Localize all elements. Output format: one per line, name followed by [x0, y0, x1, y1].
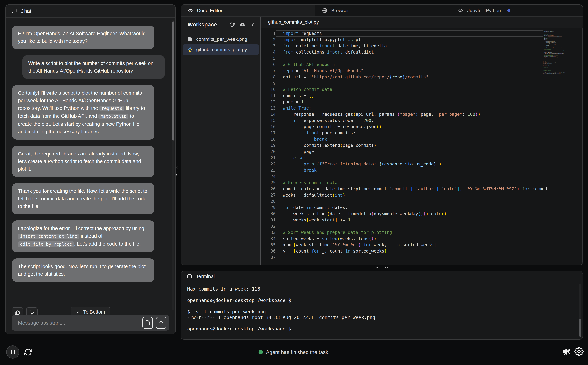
- file-list: commits_per_week.pnggithub_commits_plot.…: [181, 34, 260, 55]
- mute-button[interactable]: [562, 348, 571, 356]
- file-name: github_commits_plot.py: [196, 47, 247, 52]
- inline-code-chip: requests: [99, 106, 124, 111]
- code-line: 33# Sort weeks and prepare data for plot…: [261, 229, 548, 236]
- code-line: 4from collections import defaultdict: [261, 49, 548, 55]
- code-line: 20 page += 1: [261, 148, 548, 155]
- chat-message-assistant: I apologize for the error. I'll correct …: [12, 220, 154, 252]
- chat-message-assistant: The script looks good. Now let's run it …: [12, 258, 154, 282]
- chevron-down-icon[interactable]: [384, 266, 388, 270]
- settings-gear-icon: [574, 347, 584, 356]
- file-item-github_commits_plot.py[interactable]: github_commits_plot.py: [183, 44, 259, 55]
- code-line: 30 week_start = (date - timedelta(days=d…: [261, 211, 548, 217]
- attach-image-button[interactable]: [142, 317, 153, 329]
- file-image-icon: [145, 320, 151, 326]
- settings-button[interactable]: [574, 347, 584, 356]
- tab-bar: Code Editor Browser Jupyter IPython: [181, 5, 583, 17]
- code-line: 22 print(f"Error fetching data: {respons…: [261, 161, 548, 167]
- code-line: 29for date in commit_dates:: [261, 204, 548, 211]
- chat-panel: Chat Hi! I'm OpenHands, an AI Software E…: [5, 5, 176, 334]
- restart-agent-button[interactable]: [24, 348, 32, 356]
- send-button[interactable]: [156, 317, 166, 329]
- code-line: 34sorted_weeks = sorted(weeks.items()): [261, 236, 548, 242]
- editor-area[interactable]: github_commits_plot.py 1import requests2…: [261, 17, 583, 265]
- pause-icon: [11, 350, 12, 354]
- code-line: 21 else:: [261, 155, 548, 161]
- openhands-app: Chat Hi! I'm OpenHands, an AI Software E…: [0, 0, 588, 365]
- terminal-icon: [187, 274, 192, 279]
- code-line: 23 break: [261, 167, 548, 173]
- chat-message-assistant: Great, the required libraries are alread…: [12, 146, 154, 177]
- expand-right-button[interactable]: [174, 172, 179, 178]
- open-file-name: github_commits_plot.py: [261, 17, 583, 28]
- minimap[interactable]: import requestsimport matplotlib.pyplot …: [543, 30, 577, 138]
- code-line: 36y = [count for _, count in sorted_week…: [261, 248, 548, 254]
- refresh-icon[interactable]: [229, 22, 235, 27]
- code-content[interactable]: 1import requests2import matplotlib.pyplo…: [261, 28, 548, 265]
- chat-message-assistant: Certainly! I'll write a script to plot t…: [12, 85, 154, 140]
- code-line: 24: [261, 173, 548, 180]
- code-icon: [458, 8, 463, 13]
- code-line: 10# Fetch commit data: [261, 86, 548, 93]
- inline-code-chip: edit_file_by_replace: [18, 241, 74, 247]
- code-line: 27weeks = defaultdict(int): [261, 192, 548, 198]
- status-dot-blue: [507, 9, 510, 12]
- volume-muted-icon: [562, 348, 571, 356]
- terminal-line: Max commits in a week: 118: [187, 286, 572, 292]
- tab-jupyter-ipython[interactable]: Jupyter IPython: [451, 5, 583, 16]
- arrow-down-icon: [76, 310, 81, 314]
- globe-icon: [322, 8, 327, 13]
- code-line: 19 commits.extend(page_commits): [261, 142, 548, 148]
- code-line: 32: [261, 223, 548, 229]
- thumbs-down-icon: [29, 310, 35, 315]
- terminal-output[interactable]: Max commits in a week: 118 openhands@doc…: [181, 282, 583, 332]
- code-line: 1import requests: [261, 30, 548, 37]
- message-input[interactable]: [12, 320, 142, 326]
- pause-agent-button[interactable]: [6, 345, 19, 359]
- collapse-left-button[interactable]: [174, 164, 179, 171]
- code-line: 28: [261, 198, 548, 204]
- tab-browser[interactable]: Browser: [315, 5, 451, 16]
- chat-bubble-icon: [11, 8, 17, 14]
- chevron-up-icon[interactable]: [375, 266, 379, 270]
- code-line: 17 if not page_commits:: [261, 130, 548, 136]
- workspace-title: Workspace: [187, 21, 229, 28]
- tab-label: Browser: [331, 8, 349, 13]
- terminal-line: [187, 303, 572, 309]
- code-line: 3from datetime import datetime, timedelt…: [261, 43, 548, 49]
- chat-message-user: Write a script to plot the number of com…: [22, 55, 165, 79]
- code-line: 25# Process commit data: [261, 180, 548, 186]
- terminal-line: [187, 292, 572, 297]
- code-line: 14 response = requests.get(api_url, para…: [261, 111, 548, 118]
- chat-messages: Hi! I'm OpenHands, an AI Software Engine…: [6, 18, 171, 302]
- thumbs-up-icon: [15, 310, 20, 315]
- editor-body: Workspace commits_per_week.pnggithub_com…: [181, 17, 583, 265]
- inline-code-chip: insert_content_at_line: [18, 233, 79, 239]
- inline-code-chip: matplotlib: [98, 114, 129, 119]
- tab-label: Code Editor: [197, 8, 222, 13]
- code-line: 26commit_dates = [datetime.strptime(comm…: [261, 186, 548, 192]
- code-line: 15 if response.status_code == 200:: [261, 118, 548, 124]
- terminal-line: [187, 320, 572, 326]
- tab-label: Jupyter IPython: [467, 8, 501, 13]
- collapse-sidebar-icon[interactable]: [250, 22, 255, 27]
- chat-scrollbar-thumb[interactable]: [172, 21, 174, 140]
- code-line: 18 break: [261, 136, 548, 142]
- terminal-line: $ ls -l commits_per_week.png: [187, 309, 572, 315]
- editor-scrollbar[interactable]: [582, 28, 583, 265]
- code-line: 5: [261, 55, 548, 62]
- file-item-commits_per_week.png[interactable]: commits_per_week.png: [183, 34, 259, 44]
- code-line: 11commits = []: [261, 93, 548, 99]
- workspace-sidebar: Workspace commits_per_week.pnggithub_com…: [181, 17, 261, 265]
- code-line: 16 page_commits = response.json(): [261, 124, 548, 130]
- file-name: commits_per_week.png: [196, 36, 247, 42]
- panel-resize-controls: [181, 265, 583, 271]
- tab-code-editor[interactable]: Code Editor: [181, 5, 315, 16]
- message-input-bar: [12, 315, 169, 331]
- cloud-upload-icon[interactable]: [239, 22, 245, 28]
- agent-status-text: Agent has finished the task.: [266, 349, 330, 355]
- terminal-scrollbar-thumb[interactable]: [579, 319, 581, 337]
- code-line: 6# GitHub API endpoint: [261, 62, 548, 68]
- terminal-header: Terminal: [181, 271, 583, 282]
- code-line: 8api_url = f"https://api.github.com/repo…: [261, 74, 548, 80]
- terminal-line: -rw-r--r-- 1 openhands root 34133 Aug 20…: [187, 315, 572, 320]
